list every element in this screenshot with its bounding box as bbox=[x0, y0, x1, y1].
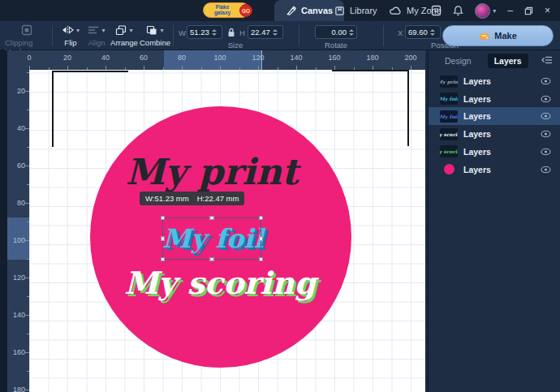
x-position-value[interactable]: 69.60 bbox=[408, 28, 428, 37]
selection-handle[interactable] bbox=[259, 237, 263, 241]
width-input[interactable]: 51.23 bbox=[187, 25, 222, 39]
width-value[interactable]: 51.23 bbox=[190, 28, 209, 37]
maximize-button[interactable] bbox=[524, 6, 533, 15]
make-machine-icon bbox=[479, 32, 489, 41]
layer-thumbnail: My scoring bbox=[440, 128, 458, 140]
canvas-pen-icon bbox=[286, 6, 296, 16]
combine-chevron-down-icon: ▾ bbox=[160, 27, 163, 34]
brand-logo-text: Flakegalaxy bbox=[214, 5, 239, 15]
ruler-label: 120 bbox=[13, 274, 25, 282]
horizontal-ruler: 020406080100120140160180200 bbox=[7, 50, 425, 70]
ruler-label: 100 bbox=[13, 236, 25, 244]
design-canvas[interactable]: My print My foil My scoring W:51.23 mm H… bbox=[29, 70, 425, 392]
layer-row[interactable]: My scoringLayers bbox=[429, 125, 560, 143]
tab-layers[interactable]: Layers bbox=[488, 54, 528, 68]
selection-handle[interactable] bbox=[210, 216, 214, 220]
ruler-label: 60 bbox=[140, 54, 148, 62]
avatar-chevron-down-icon[interactable]: ▾ bbox=[493, 7, 496, 15]
selection-handle[interactable] bbox=[161, 216, 165, 220]
brand-logo[interactable]: Flakegalaxy GO bbox=[203, 2, 250, 18]
height-value[interactable]: 22.47 bbox=[251, 28, 270, 37]
right-sidebar: Design Layers My printLayersMy foilLayer… bbox=[428, 50, 560, 392]
tab-library-label: Library bbox=[350, 6, 377, 15]
layer-row[interactable]: My printLayers bbox=[429, 72, 560, 90]
user-avatar[interactable] bbox=[475, 3, 490, 19]
size-tooltip-height: H:22.47 mm bbox=[197, 194, 239, 203]
size-tooltip: W:51.23 mm H:22.47 mm bbox=[140, 192, 244, 205]
ruler-label: 40 bbox=[17, 124, 25, 132]
library-icon bbox=[334, 6, 345, 16]
ruler-label: 200 bbox=[404, 54, 416, 62]
x-position-input[interactable]: 69.60 bbox=[405, 25, 441, 39]
flip-icon bbox=[62, 25, 74, 35]
selection-handle[interactable] bbox=[161, 257, 165, 261]
layer-thumb-text: My scoring bbox=[440, 131, 458, 137]
layer-visibility-eye-icon[interactable] bbox=[541, 113, 551, 120]
close-button[interactable]: × bbox=[545, 0, 550, 21]
ruler-label: 20 bbox=[17, 87, 25, 95]
canvas-left-edge bbox=[0, 50, 7, 392]
lock-aspect-icon[interactable] bbox=[227, 28, 235, 37]
layer-row[interactable]: My foilLayers bbox=[429, 90, 560, 108]
arrange-icon bbox=[115, 25, 127, 36]
layer-visibility-eye-icon[interactable] bbox=[541, 78, 551, 85]
minimize-button[interactable]: – bbox=[507, 0, 513, 21]
make-button[interactable]: Make bbox=[442, 25, 554, 46]
selection-handle[interactable] bbox=[210, 257, 214, 261]
topbar-right-icons: ▾ – × bbox=[431, 0, 560, 21]
layer-visibility-eye-icon[interactable] bbox=[541, 131, 551, 138]
combine-icon bbox=[146, 25, 157, 36]
layer-label: Layers bbox=[463, 165, 491, 174]
selection-handle[interactable] bbox=[259, 257, 263, 261]
width-stepper[interactable] bbox=[212, 29, 217, 36]
my-print-text[interactable]: My print bbox=[74, 151, 350, 192]
layer-thumb-text: My print bbox=[440, 79, 458, 84]
ruler-label: 120 bbox=[252, 54, 264, 62]
layer-label: Layers bbox=[463, 129, 491, 139]
journal-icon[interactable] bbox=[431, 5, 442, 16]
design-app-window: Flakegalaxy GO Canvas Library My Zone bbox=[0, 0, 560, 392]
ruler-label: 140 bbox=[290, 54, 302, 62]
layer-visibility-eye-icon[interactable] bbox=[541, 95, 551, 102]
height-stepper[interactable] bbox=[273, 29, 278, 36]
height-axis-label: H bbox=[239, 28, 245, 37]
layer-thumbnail bbox=[440, 163, 458, 175]
arrange-chevron-down-icon: ▾ bbox=[129, 27, 132, 34]
bell-icon[interactable] bbox=[453, 5, 463, 16]
layer-visibility-eye-icon[interactable] bbox=[541, 166, 551, 173]
x-position-stepper[interactable] bbox=[430, 29, 435, 36]
layer-thumb-text: My scoring bbox=[440, 149, 458, 154]
layer-thumb-text: My foil bbox=[440, 114, 458, 119]
ruler-label: 0 bbox=[27, 54, 31, 62]
rotate-value[interactable]: 0.00 bbox=[332, 28, 347, 37]
layer-thumbnail: My foil bbox=[440, 110, 458, 123]
my-scoring-text[interactable]: My scoring bbox=[90, 265, 350, 301]
ruler-label: 20 bbox=[63, 54, 71, 62]
registration-mark-top-right-v bbox=[407, 70, 409, 146]
x-axis-label: X bbox=[398, 28, 403, 37]
selection-handle[interactable] bbox=[259, 216, 263, 220]
ruler-label: 160 bbox=[328, 54, 340, 62]
size-caption: Size bbox=[187, 41, 284, 50]
selection-bounding-box[interactable] bbox=[162, 218, 261, 260]
layer-label: Layers bbox=[463, 147, 491, 157]
rotate-input[interactable]: 0.00 bbox=[315, 25, 357, 39]
layer-label: Layers bbox=[463, 76, 491, 86]
ruler-label: 80 bbox=[17, 199, 25, 207]
height-input[interactable]: 22.47 bbox=[248, 25, 283, 39]
rotate-stepper[interactable] bbox=[349, 29, 354, 36]
vertical-ruler: 20406080100120140160180 bbox=[7, 70, 29, 392]
collapse-panel-icon[interactable] bbox=[541, 55, 553, 65]
combine-button[interactable]: ▾ Combine bbox=[133, 24, 177, 47]
size-tooltip-width: W:51.23 mm bbox=[145, 194, 189, 203]
layer-thumbnail: My print bbox=[440, 75, 458, 88]
layer-thumbnail: My scoring bbox=[440, 145, 458, 157]
layer-row[interactable]: My foilLayers bbox=[429, 107, 560, 125]
tab-design[interactable]: Design bbox=[438, 54, 478, 68]
ruler-label: 80 bbox=[178, 54, 186, 62]
selection-handle[interactable] bbox=[161, 237, 165, 241]
layer-row[interactable]: My scoringLayers bbox=[429, 143, 560, 161]
layer-row[interactable]: Layers bbox=[429, 161, 560, 179]
layer-visibility-eye-icon[interactable] bbox=[541, 148, 551, 155]
top-bar: Flakegalaxy GO Canvas Library My Zone bbox=[0, 0, 560, 21]
